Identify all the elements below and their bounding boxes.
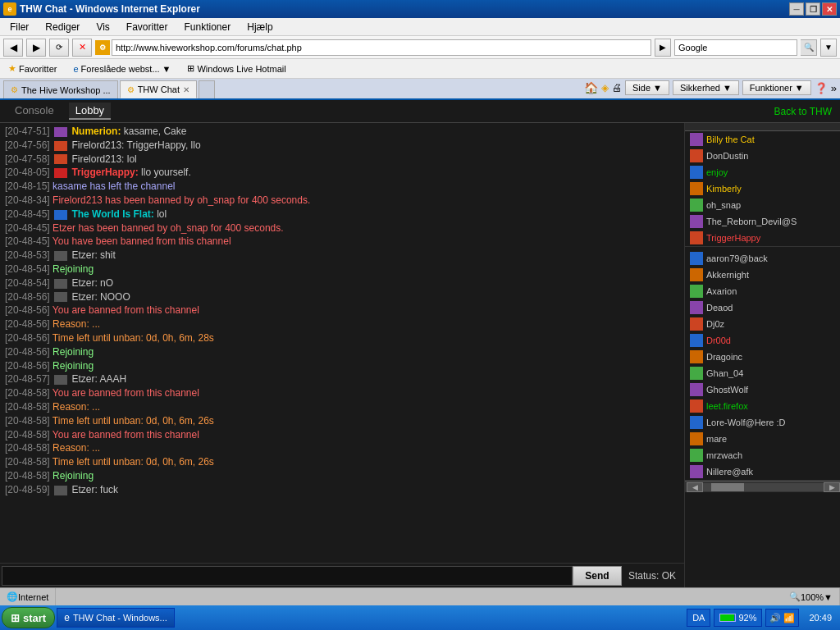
favorites-button[interactable]: ★ Favoritter [3, 62, 62, 75]
chat-input[interactable] [2, 566, 573, 586]
back-button[interactable]: ◀ [3, 39, 23, 57]
username: Lore-Wolf@Here :D [706, 418, 786, 427]
scroll-left-btn[interactable]: ◀ [687, 482, 703, 492]
username: Dj0z [706, 319, 724, 329]
user-item[interactable]: Lore-Wolf@Here :D [685, 414, 840, 431]
tab-icon-2: ⚙ [127, 85, 135, 94]
user-item[interactable]: Ghan_04 [685, 365, 840, 381]
username: Akkernight [706, 270, 749, 280]
speaker-icon: 🔊 [769, 613, 781, 623]
hotmail-link[interactable]: ⊞ Windows Live Hotmail [182, 62, 290, 75]
ban-message: [20-48-45] You have been banned from thi… [3, 235, 681, 249]
side-button[interactable]: Side ▼ [625, 80, 669, 95]
user-list-scroll-up[interactable] [685, 123, 840, 131]
message-row: [20-48-05] TriggerHappy: llo yourself. [3, 166, 681, 180]
user-item[interactable]: Dr00d [685, 332, 840, 349]
avatar [690, 416, 703, 429]
user-item[interactable]: DonDustin [685, 148, 840, 164]
back-to-thw-link[interactable]: Back to THW [774, 106, 832, 117]
taskbar-item-label: THW Chat - Windows... [73, 613, 167, 623]
network-icon: 📶 [783, 613, 795, 623]
user-item[interactable]: Kimberly [685, 180, 840, 197]
tab-close-button[interactable]: ✕ [183, 85, 189, 94]
messages-area[interactable]: [20-47-51] Numerion: kasame, Cake [20-47… [0, 123, 684, 563]
avatar [690, 465, 703, 478]
lobby-tab[interactable]: Lobby [69, 103, 111, 120]
sikkerhed-button[interactable]: Sikkerhed ▼ [673, 80, 739, 95]
start-button[interactable]: ⊞ start [2, 607, 55, 628]
tab-new[interactable] [199, 80, 215, 98]
user-item[interactable]: Dragoinc [685, 349, 840, 365]
menu-rediger[interactable]: Rediger [39, 20, 86, 34]
avatar [690, 149, 703, 162]
message-row: [20-48-45] The World Is Flat: lol [3, 208, 681, 221]
scroll-thumb[interactable] [711, 483, 744, 491]
refresh-button[interactable]: ⟳ [49, 39, 69, 57]
user-item[interactable]: Billy the Cat [685, 131, 840, 148]
extra-icon[interactable]: » [831, 82, 837, 94]
user-list: Billy the Cat DonDustin enjoy Kimberly o… [684, 123, 840, 587]
avatar [690, 215, 703, 228]
home-icon[interactable]: 🏠 [584, 81, 598, 94]
user-item[interactable]: TriggerHappy [685, 230, 840, 246]
tools-button[interactable]: ▼ [820, 39, 837, 57]
user-item[interactable]: enjoy [685, 164, 840, 180]
send-button[interactable]: Send [573, 566, 622, 586]
user-list-hscroll[interactable]: ◀ ▶ [685, 481, 840, 492]
avatar [690, 166, 703, 179]
message-row: [20-48-57] Etzer: AAAH [3, 372, 681, 386]
print-icon[interactable]: 🖨 [612, 82, 622, 94]
taskbar-thwchat[interactable]: e THW Chat - Windows... [57, 608, 175, 628]
tab-icon-1: ⚙ [11, 85, 18, 94]
avatar [54, 210, 67, 220]
forward-button[interactable]: ▶ [26, 39, 46, 57]
user-item[interactable]: mare [685, 431, 840, 447]
help-icon[interactable]: ❓ [815, 82, 828, 94]
menu-vis[interactable]: Vis [89, 20, 116, 34]
rss-icon[interactable]: ◈ [601, 82, 609, 94]
user-item[interactable]: aaron79@back [685, 250, 840, 267]
scroll-right-btn[interactable]: ▶ [824, 482, 840, 492]
search-input[interactable] [674, 39, 797, 56]
tab-hiveworkshop[interactable]: ⚙ The Hive Workshop ... [3, 80, 118, 98]
language-button[interactable]: DA [687, 609, 710, 627]
search-icon[interactable]: 🔍 [801, 39, 817, 56]
user-item[interactable]: mrzwach [685, 447, 840, 463]
menu-favoritter[interactable]: Favoritter [120, 20, 175, 34]
restore-button[interactable]: ❐ [806, 2, 820, 16]
user-list-bottom-section: aaron79@back Akkernight Axarion Deaod Dj… [685, 250, 840, 481]
user-item[interactable]: Deaod [685, 299, 840, 316]
address-input[interactable] [112, 39, 651, 56]
go-button[interactable]: ▶ [655, 39, 671, 57]
funktioner-button[interactable]: Funktioner ▼ [742, 80, 811, 95]
hotmail-icon: ⊞ [187, 63, 194, 74]
menu-filer[interactable]: Filer [3, 20, 35, 34]
message-row: [20-48-54] Etzer: nO [3, 276, 681, 290]
zoom-dropdown-icon[interactable]: ▼ [824, 592, 833, 602]
stop-button[interactable]: ✕ [72, 39, 92, 57]
suggested-sites[interactable]: e Foreslåede webst... ▼ [68, 62, 176, 75]
menu-funktioner[interactable]: Funktioner [178, 20, 238, 34]
address-bar: ◀ ▶ ⟳ ✕ ⚙ ▶ 🔍 ▼ [0, 36, 840, 59]
tab-thwchat[interactable]: ⚙ THW Chat ✕ [120, 80, 197, 98]
minimize-button[interactable]: ─ [789, 2, 804, 16]
user-item[interactable]: Axarion [685, 283, 840, 299]
user-item[interactable]: GhostWolf [685, 381, 840, 398]
user-item[interactable]: Akkernight [685, 267, 840, 283]
user-item[interactable]: Dj0z [685, 316, 840, 332]
console-tab[interactable]: Console [8, 103, 61, 120]
status-label: Internet [18, 592, 48, 602]
user-item[interactable]: Nillere@afk [685, 463, 840, 480]
username: Ghan_04 [706, 368, 743, 378]
favorites-bar: ★ Favoritter e Foreslåede webst... ▼ ⊞ W… [0, 59, 840, 79]
username: leet.firefox [706, 401, 748, 411]
rejoin-message: [20-48-56] Rejoining [3, 345, 681, 359]
close-button[interactable]: ✕ [822, 2, 837, 16]
menu-hjælp[interactable]: Hjælp [240, 20, 279, 34]
rejoin-message: [20-48-54] Rejoining [3, 262, 681, 276]
user-item[interactable]: oh_snap [685, 197, 840, 213]
user-item[interactable]: The_Reborn_Devil@S [685, 213, 840, 230]
battery-percent: 92% [738, 613, 756, 623]
user-item[interactable]: leet.firefox [685, 398, 840, 414]
battery-bar [719, 614, 736, 622]
